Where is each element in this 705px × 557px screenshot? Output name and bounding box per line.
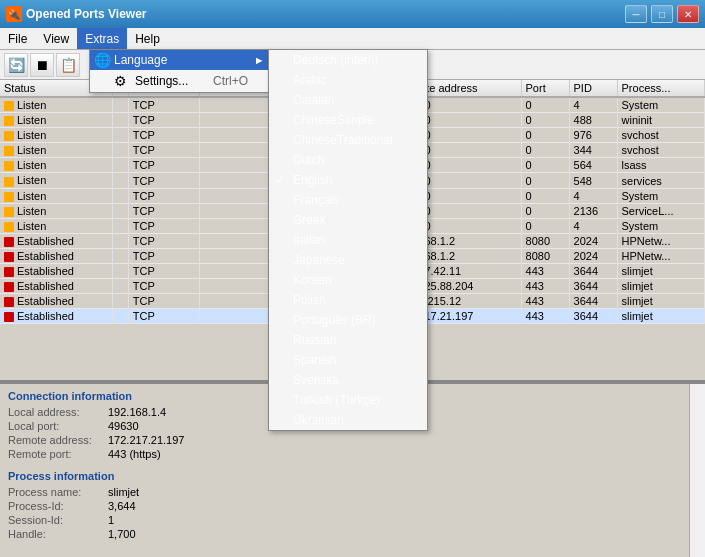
remote-port-label: Remote port: <box>8 448 108 460</box>
cell-process: svchost <box>617 143 704 158</box>
lang-chinese-simple[interactable]: ChineseSimple <box>269 110 427 130</box>
lang-russian[interactable]: Russian <box>269 330 427 350</box>
status-icon <box>4 207 14 217</box>
cell-pid: 4 <box>569 97 617 113</box>
cell-pid: 488 <box>569 113 617 128</box>
cell-flag <box>112 233 128 248</box>
status-icon <box>4 297 14 307</box>
lang-english[interactable]: English <box>269 170 427 190</box>
cell-status: Listen <box>0 218 112 233</box>
status-icon <box>4 237 14 247</box>
cell-process: System <box>617 218 704 233</box>
lang-turkish[interactable]: Turkish (Türkçe) <box>269 390 427 410</box>
cell-process: System <box>617 188 704 203</box>
cell-status: Listen <box>0 128 112 143</box>
lang-japanese[interactable]: Japanese <box>269 250 427 270</box>
remote-port-value: 443 (https) <box>108 448 161 460</box>
lang-greek[interactable]: Greek <box>269 210 427 230</box>
cell-process: HPNetw... <box>617 233 704 248</box>
cell-status: Listen <box>0 97 112 113</box>
lang-arabic[interactable]: Arabic <box>269 70 427 90</box>
toolbar-stop[interactable]: ⏹ <box>30 53 54 77</box>
cell-process: svchost <box>617 128 704 143</box>
menu-settings-item[interactable]: ⚙ Settings... Ctrl+O <box>90 70 268 92</box>
cell-protocol: TCP <box>128 158 199 173</box>
close-button[interactable]: ✕ <box>677 5 699 23</box>
menu-file[interactable]: File <box>0 28 35 49</box>
cell-flag <box>112 294 128 309</box>
cell-protocol: TCP <box>128 128 199 143</box>
lang-dutch[interactable]: Dutch <box>269 150 427 170</box>
extras-dropdown: 🌐 Language ▶ Deutsch (intern) Arabic Cat… <box>89 49 269 93</box>
cell-status: Established <box>0 294 112 309</box>
lang-chinese-traditional[interactable]: ChineseTraditional <box>269 130 427 150</box>
status-icon <box>4 146 14 156</box>
cell-port: 0 <box>521 97 569 113</box>
cell-protocol: TCP <box>128 218 199 233</box>
lang-catalan[interactable]: Catalan <box>269 90 427 110</box>
minimize-button[interactable]: ─ <box>625 5 647 23</box>
cell-process: HPNetw... <box>617 248 704 263</box>
cell-flag <box>112 113 128 128</box>
bottom-scrollbar[interactable] <box>689 384 705 557</box>
lang-ukrainian[interactable]: Ukrainian <box>269 410 427 430</box>
cell-pid: 976 <box>569 128 617 143</box>
lang-deutsch[interactable]: Deutsch (intern) <box>269 50 427 70</box>
app-icon: 🔌 <box>6 6 22 22</box>
process-info-title: Process information <box>8 470 681 482</box>
menu-language-item[interactable]: 🌐 Language ▶ Deutsch (intern) Arabic Cat… <box>90 50 268 70</box>
cell-flag <box>112 248 128 263</box>
language-label: Language <box>114 53 167 67</box>
maximize-button[interactable]: □ <box>651 5 673 23</box>
status-icon <box>4 312 14 322</box>
lang-italian[interactable]: Italian <box>269 230 427 250</box>
menu-help[interactable]: Help <box>127 28 168 49</box>
lang-french[interactable]: Français <box>269 190 427 210</box>
local-address-label: Local address: <box>8 406 108 418</box>
cell-port: 8080 <box>521 248 569 263</box>
lang-spanish[interactable]: Spanish <box>269 350 427 370</box>
status-icon <box>4 116 14 126</box>
status-icon <box>4 131 14 141</box>
cell-protocol: TCP <box>128 279 199 294</box>
status-icon <box>4 267 14 277</box>
local-address-value: 192.168.1.4 <box>108 406 166 418</box>
cell-port: 443 <box>521 294 569 309</box>
toolbar-copy[interactable]: 📋 <box>56 53 80 77</box>
cell-port: 443 <box>521 264 569 279</box>
status-icon <box>4 177 14 187</box>
menu-extras[interactable]: Extras <box>77 28 127 49</box>
status-icon <box>4 222 14 232</box>
cell-status: Listen <box>0 158 112 173</box>
lang-korean[interactable]: Korean <box>269 270 427 290</box>
process-name-value: slimjet <box>108 486 139 498</box>
cell-port: 0 <box>521 188 569 203</box>
cell-protocol: TCP <box>128 233 199 248</box>
menu-view[interactable]: View <box>35 28 77 49</box>
handle-label: Handle: <box>8 528 108 540</box>
col-port: Port <box>521 80 569 97</box>
process-id-value: 3,644 <box>108 500 136 512</box>
cell-status: Established <box>0 309 112 324</box>
cell-protocol: TCP <box>128 113 199 128</box>
cell-port: 0 <box>521 218 569 233</box>
cell-flag <box>112 173 128 188</box>
cell-pid: 3644 <box>569 294 617 309</box>
toolbar-refresh[interactable]: 🔄 <box>4 53 28 77</box>
lang-polish[interactable]: Polish <box>269 290 427 310</box>
cell-pid: 564 <box>569 158 617 173</box>
lang-portuguese[interactable]: Português (BR) <box>269 310 427 330</box>
cell-pid: 3644 <box>569 309 617 324</box>
lang-svenska[interactable]: Svenska <box>269 370 427 390</box>
cell-status: Listen <box>0 143 112 158</box>
cell-port: 443 <box>521 279 569 294</box>
cell-flag <box>112 203 128 218</box>
cell-port: 0 <box>521 128 569 143</box>
cell-status: Established <box>0 264 112 279</box>
cell-process: slimjet <box>617 264 704 279</box>
cell-protocol: TCP <box>128 264 199 279</box>
col-process: Process... <box>617 80 704 97</box>
cell-protocol: TCP <box>128 173 199 188</box>
cell-flag <box>112 279 128 294</box>
cell-pid: 3644 <box>569 279 617 294</box>
